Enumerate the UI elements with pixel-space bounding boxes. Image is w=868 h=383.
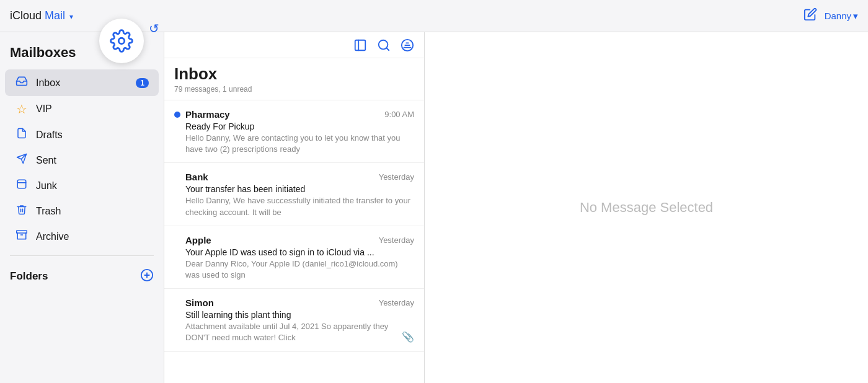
sender-wrap: Simon <box>174 297 214 308</box>
inbox-title: Inbox <box>174 64 414 84</box>
read-indicator <box>174 300 180 306</box>
sidebar-item-sent[interactable]: Sent <box>5 147 159 173</box>
archive-icon <box>15 229 29 244</box>
filter-button[interactable] <box>401 38 414 55</box>
message-item[interactable]: Simon Yesterday Still learning this plan… <box>164 289 424 351</box>
svg-point-0 <box>118 38 125 44</box>
inbox-badge: 1 <box>136 78 149 88</box>
svg-line-13 <box>386 48 389 50</box>
compose-button[interactable] <box>804 7 817 24</box>
message-preview: Dear Danny Rico, Your Apple ID (daniel_r… <box>174 258 414 281</box>
svg-rect-10 <box>355 40 366 51</box>
sidebar-trash-label: Trash <box>36 206 149 217</box>
app-title: iCloud Mail ▾ <box>10 9 73 22</box>
gear-icon <box>110 29 133 53</box>
folders-title: Folders <box>10 270 48 283</box>
sidebar-item-archive[interactable]: Archive <box>5 224 159 249</box>
message-preview: Hello Danny, We are contacting you to le… <box>174 133 414 155</box>
sidebar-item-trash[interactable]: Trash <box>5 198 159 224</box>
message-row: Apple Yesterday <box>174 235 414 245</box>
sidebar-sent-label: Sent <box>36 155 149 166</box>
folders-header: Folders <box>0 262 164 288</box>
sidebar-drafts-label: Drafts <box>36 130 149 141</box>
message-preview: Attachment available until Jul 4, 2021 S… <box>174 321 414 343</box>
read-indicator <box>174 237 180 243</box>
sidebar-item-junk[interactable]: Junk <box>5 173 159 198</box>
sidebar-divider <box>10 255 154 256</box>
sender-wrap: Bank <box>174 172 208 182</box>
message-row: Pharmacy 9:00 AM <box>174 109 414 120</box>
user-menu[interactable]: Danny ▾ <box>825 11 858 22</box>
svg-rect-5 <box>17 231 27 233</box>
message-subject: Your Apple ID was used to sign in to iCl… <box>174 247 414 257</box>
user-chevron: ▾ <box>853 11 858 22</box>
gear-overlay[interactable] <box>99 19 144 63</box>
app-menu-chevron[interactable]: ▾ <box>69 12 73 21</box>
svg-rect-3 <box>17 180 26 188</box>
topbar-left: iCloud Mail ▾ <box>10 9 73 22</box>
topbar-right: Danny ▾ <box>804 7 858 24</box>
attachment-icon: 📎 <box>402 331 414 343</box>
main-layout: Mailboxes Inbox 1 ☆ VIP <box>0 32 868 383</box>
message-time: Yesterday <box>379 236 414 245</box>
message-item[interactable]: Pharmacy 9:00 AM Ready For Pickup Hello … <box>164 100 424 163</box>
sidebar-vip-label: VIP <box>36 103 149 115</box>
search-button[interactable] <box>377 38 391 55</box>
mail-label: Mail <box>45 9 65 22</box>
sent-icon <box>15 153 29 167</box>
drafts-icon <box>15 128 29 142</box>
message-row: Bank Yesterday <box>174 172 414 182</box>
no-message-label: No Message Selected <box>580 200 713 216</box>
read-indicator <box>174 174 180 180</box>
message-subject: Still learning this plant thing <box>174 310 414 320</box>
message-subject: Your transfer has been initiated <box>174 184 414 194</box>
message-list-panel: Inbox 79 messages, 1 unread Pharmacy 9:0… <box>164 32 425 383</box>
message-sender: Simon <box>185 297 214 308</box>
vip-icon: ☆ <box>15 102 29 117</box>
sidebar-toggle-button[interactable] <box>353 38 367 55</box>
message-row: Simon Yesterday <box>174 297 414 308</box>
sidebar-junk-label: Junk <box>36 180 149 192</box>
message-time: Yesterday <box>379 172 414 182</box>
message-sender: Pharmacy <box>185 109 230 120</box>
message-subject: Ready For Pickup <box>174 121 414 131</box>
sender-wrap: Pharmacy <box>174 109 230 120</box>
sidebar-archive-label: Archive <box>36 231 149 242</box>
user-name: Danny <box>825 11 851 21</box>
message-sender: Apple <box>185 235 211 245</box>
detail-panel: No Message Selected <box>425 32 868 383</box>
junk-icon <box>15 178 29 193</box>
trash-icon <box>15 204 29 218</box>
sidebar-item-inbox[interactable]: Inbox 1 <box>5 69 159 96</box>
message-preview: Hello Danny, We have successfully initia… <box>174 195 414 218</box>
icloud-label: iCloud <box>10 9 42 22</box>
back-arrow[interactable]: ↺ <box>149 21 159 36</box>
topbar: iCloud Mail ▾ ↺ Danny ▾ <box>0 0 868 32</box>
message-sender: Bank <box>185 172 208 182</box>
message-time: Yesterday <box>379 298 414 307</box>
inbox-subtitle: 79 messages, 1 unread <box>174 85 414 94</box>
message-item[interactable]: Bank Yesterday Your transfer has been in… <box>164 163 424 226</box>
unread-indicator <box>174 112 180 118</box>
sidebar: Mailboxes Inbox 1 ☆ VIP <box>0 32 164 383</box>
sidebar-inbox-label: Inbox <box>36 77 128 89</box>
sidebar-item-vip[interactable]: ☆ VIP <box>5 96 159 122</box>
add-folder-button[interactable] <box>140 268 154 284</box>
sidebar-item-drafts[interactable]: Drafts <box>5 122 159 147</box>
inbox-icon <box>15 75 29 90</box>
message-list: Pharmacy 9:00 AM Ready For Pickup Hello … <box>164 100 424 383</box>
sender-wrap: Apple <box>174 235 211 245</box>
message-item[interactable]: Apple Yesterday Your Apple ID was used t… <box>164 226 424 289</box>
message-list-header: Inbox 79 messages, 1 unread <box>164 58 424 100</box>
message-list-toolbar <box>164 32 424 58</box>
message-time: 9:00 AM <box>384 110 414 119</box>
